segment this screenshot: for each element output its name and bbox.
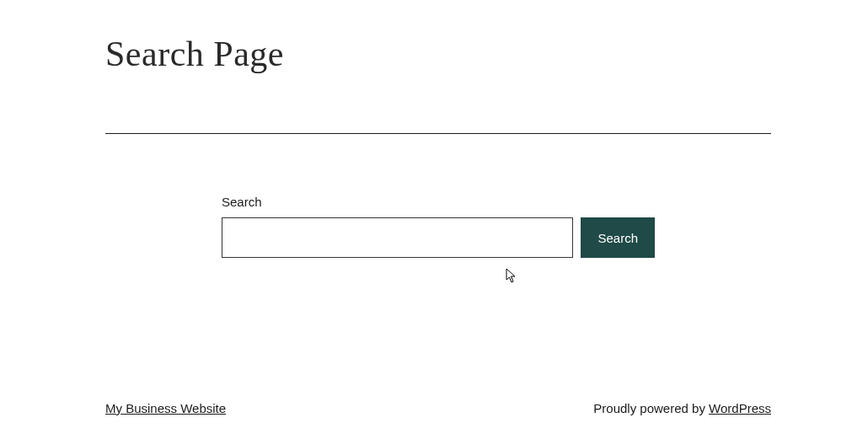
search-input[interactable] xyxy=(222,217,573,258)
cursor-icon xyxy=(506,268,517,283)
wordpress-link[interactable]: WordPress xyxy=(709,401,771,415)
site-link[interactable]: My Business Website xyxy=(105,401,226,415)
footer: My Business Website Proudly powered by W… xyxy=(105,401,771,415)
search-button[interactable]: Search xyxy=(581,217,655,258)
search-label: Search xyxy=(222,195,655,209)
search-section: Search Search xyxy=(105,195,771,258)
divider xyxy=(105,133,771,134)
powered-by-text: Proudly powered by xyxy=(593,401,709,415)
page-title: Search Page xyxy=(105,34,771,74)
